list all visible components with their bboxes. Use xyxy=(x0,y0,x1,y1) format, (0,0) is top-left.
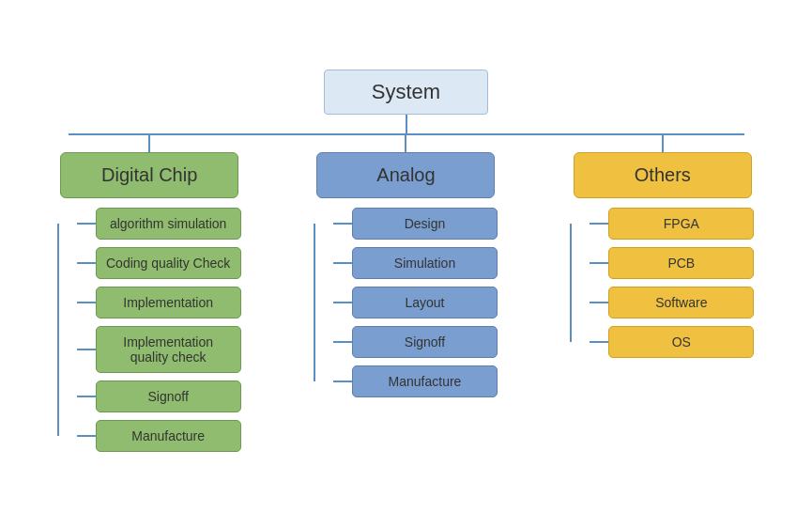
list-item: Layout xyxy=(333,287,498,318)
list-item: Simulation xyxy=(333,247,498,279)
col-vline-top-digital xyxy=(148,133,150,152)
list-item: algorithm simulation xyxy=(77,208,241,240)
child-hline xyxy=(333,341,352,343)
list-item: Design xyxy=(333,208,498,240)
child-box: Design xyxy=(352,208,498,240)
child-hline xyxy=(77,396,96,397)
list-item: Implementation quality check xyxy=(77,326,241,373)
diagram: System Digital Chip algorithm simulation… xyxy=(22,70,791,459)
child-hline xyxy=(77,223,96,225)
list-item: FPGA xyxy=(590,208,754,240)
child-hline xyxy=(333,380,352,382)
columns-wrapper: Digital Chip algorithm simulation Coding… xyxy=(22,133,791,459)
child-hline xyxy=(590,262,608,264)
child-box: algorithm simulation xyxy=(96,208,241,240)
children-area-others: FPGA PCB Software OS xyxy=(571,208,754,365)
child-hline xyxy=(590,341,608,343)
child-box: Software xyxy=(608,287,754,318)
cat-header-analog: Analog xyxy=(316,152,495,198)
child-box: Implementation xyxy=(96,287,241,318)
col-vline-top-analog xyxy=(405,133,406,152)
child-hline xyxy=(77,262,96,264)
list-item: Coding quality Check xyxy=(77,247,241,279)
list-item: PCB xyxy=(590,247,754,279)
child-box: Coding quality Check xyxy=(96,247,241,279)
children-list-analog: Design Simulation Layout Signoff xyxy=(314,208,498,405)
children-list-digital: algorithm simulation Coding quality Chec… xyxy=(58,208,241,459)
root-node: System xyxy=(324,70,488,115)
list-item: Signoff xyxy=(333,326,498,358)
child-box: Signoff xyxy=(96,380,241,412)
children-list-others: FPGA PCB Software OS xyxy=(571,208,754,365)
child-box: Implementation quality check xyxy=(96,326,241,373)
col-vline-top-others xyxy=(662,133,664,152)
child-box: PCB xyxy=(608,247,754,279)
cat-header-others: Others xyxy=(574,152,752,198)
list-item: Software xyxy=(590,287,754,318)
child-box: Signoff xyxy=(352,326,498,358)
child-box: Simulation xyxy=(352,247,498,279)
list-item: OS xyxy=(590,326,754,358)
column-analog: Analog Design Simulation Layout xyxy=(278,133,534,405)
list-item: Signoff xyxy=(77,380,241,412)
child-hline xyxy=(590,223,608,225)
child-hline xyxy=(333,223,352,225)
child-hline xyxy=(77,349,96,350)
child-box: FPGA xyxy=(608,208,754,240)
cat-header-digital-chip: Digital Chip xyxy=(60,152,238,198)
child-box: OS xyxy=(608,326,754,358)
child-hline xyxy=(333,262,352,264)
child-hline xyxy=(333,302,352,303)
children-area-digital: algorithm simulation Coding quality Chec… xyxy=(58,208,241,459)
child-hline xyxy=(77,435,96,437)
list-item: Manufacture xyxy=(333,365,498,397)
children-area-analog: Design Simulation Layout Signoff xyxy=(314,208,498,405)
list-item: Implementation xyxy=(77,287,241,318)
root-connector xyxy=(406,115,407,133)
column-others: Others FPGA PCB Software xyxy=(534,133,790,365)
child-box: Layout xyxy=(352,287,498,318)
child-box: Manufacture xyxy=(96,420,241,452)
child-hline xyxy=(77,302,96,303)
child-hline xyxy=(590,302,608,303)
list-item: Manufacture xyxy=(77,420,241,452)
child-box: Manufacture xyxy=(352,365,498,397)
column-digital-chip: Digital Chip algorithm simulation Coding… xyxy=(22,133,278,459)
